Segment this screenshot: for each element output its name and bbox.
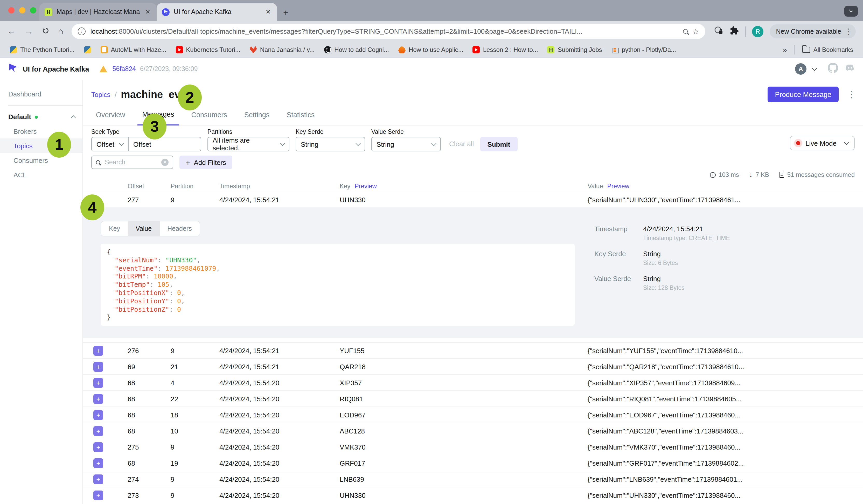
version-link[interactable]: 56fa824 [113,65,136,73]
bookmark-item[interactable]: How to use Applic... [393,45,468,55]
maximize-window-button[interactable] [30,7,36,13]
user-avatar[interactable]: A [795,63,806,75]
cell-key: GRF017 [340,459,588,467]
table-rows: + 276 9 4/24/2024, 15:54:21 YUF155 {"ser… [83,342,863,503]
add-filters-button[interactable]: + Add Filters [179,155,232,169]
tab-search-button[interactable] [844,6,858,16]
cell-offset: 274 [128,475,171,483]
home-button[interactable]: ⌂ [58,27,64,36]
expand-row-button[interactable]: + [93,410,103,420]
close-tab-icon[interactable]: ✕ [144,8,151,15]
cell-timestamp: 4/24/2024, 15:54:20 [220,491,340,499]
forward-button[interactable]: → [24,27,33,36]
sidebar-cluster-default[interactable]: Default [0,110,83,124]
close-tab-icon[interactable]: ✕ [264,8,272,15]
detail-tab-key[interactable]: Key [101,222,128,236]
back-button[interactable]: ← [7,27,16,36]
value-serde-select[interactable]: String [371,137,441,151]
expand-row-button[interactable]: + [93,426,103,436]
main-content: Topics / machine_events Produce Message … [83,80,863,504]
bookmark-item[interactable]: H Submitting Jobs [543,45,607,55]
privacy-icon[interactable] [714,25,724,37]
all-bookmarks-button[interactable]: All Bookmarks [798,45,858,55]
bookmark-item[interactable]: Kubernetes Tutori... [171,45,245,55]
extensions-icon[interactable] [730,26,739,37]
cell-timestamp: 4/24/2024, 15:54:21 [220,346,340,354]
bookmark-item[interactable]: The Python Tutori... [5,45,79,55]
expand-row-button[interactable]: + [93,362,103,371]
bookmarks-overflow-button[interactable]: » [779,46,791,54]
detail-tab-headers[interactable]: Headers [160,222,200,236]
bookmark-icon [612,46,619,53]
cell-offset: 68 [128,459,171,467]
value-preview-link[interactable]: Preview [607,182,629,190]
bookmark-item[interactable]: python - Plotly/Da... [607,45,681,55]
folder-icon [803,47,810,53]
bookmark-item[interactable]: How to add Cogni... [319,45,393,55]
github-icon[interactable] [828,63,838,75]
browser-menu-icon[interactable]: ⋮ [845,27,853,35]
search-box[interactable]: ✕ [91,155,173,169]
table-row: + 276 9 4/24/2024, 15:54:21 YUF155 {"ser… [83,342,863,358]
cell-value: {"serialNum":"YUF155","eventTime":171398… [588,346,863,354]
kafka-ui-logo-icon [7,62,19,76]
bookmark-icon [10,46,17,53]
app-body: Dashboard Default BrokersTopicsConsumers… [0,80,863,504]
bookmark-star-icon[interactable]: ☆ [692,27,699,36]
zoom-icon[interactable] [683,29,688,34]
app-header: UI for Apache Kafka 56fa824 6/27/2023, 0… [0,58,863,80]
clear-search-icon[interactable]: ✕ [161,159,168,166]
page-menu-icon[interactable]: ⋮ [847,89,856,100]
bookmark-item[interactable]: AutoML with Haze... [96,45,171,55]
expand-row-button[interactable]: + [93,474,103,484]
expand-row-button[interactable]: + [93,458,103,468]
search-input[interactable] [104,158,158,166]
expand-row-button[interactable]: + [93,442,103,452]
reload-button[interactable] [41,26,50,36]
expand-row-button[interactable]: + [93,394,103,404]
live-mode-button[interactable]: Live Mode [790,136,855,150]
key-serde-select[interactable]: String [296,137,365,151]
expand-row-button[interactable]: + [93,345,103,355]
new-tab-button[interactable]: + [279,5,292,21]
browser-profile-avatar[interactable]: R [752,26,763,37]
produce-message-button[interactable]: Produce Message [767,87,839,102]
key-preview-link[interactable]: Preview [354,182,376,190]
site-info-icon[interactable]: i [78,27,86,35]
seek-offset-input[interactable] [129,137,201,151]
tab-overview[interactable]: Overview [91,111,130,125]
table-row-expanded[interactable]: 277 9 4/24/2024, 15:54:21 UHN330 {"seria… [83,192,863,207]
partitions-select[interactable]: All items are selected. [208,137,289,151]
chevron-up-icon[interactable] [71,115,76,120]
sidebar-item-brokers[interactable]: Brokers [0,124,83,138]
metadata-row: Key Serde String Size: 6 Bytes [595,250,730,266]
chevron-down-icon[interactable] [812,65,817,71]
browser-tab-hazelcast[interactable]: H Maps | dev | Hazelcast Mana ✕ [39,3,157,21]
discord-icon[interactable] [844,63,856,75]
sidebar-item-consumers[interactable]: Consumers [0,153,83,167]
detail-tab-value[interactable]: Value [128,222,160,236]
browser-tab-strip: H Maps | dev | Hazelcast Mana ✕ UI for A… [0,0,863,21]
chrome-update-button[interactable]: New Chrome available ⋮ [770,24,856,38]
bookmark-item[interactable] [79,45,96,55]
url-bar[interactable]: i localhost:8000/ui/clusters/Default/all… [72,24,705,39]
browser-tab-kafka-ui[interactable]: UI for Apache Kafka ✕ [157,3,277,21]
submit-button[interactable]: Submit [480,137,517,151]
sidebar-item-acl[interactable]: ACL [0,167,83,182]
close-window-button[interactable] [8,7,14,13]
cell-value: {"serialNum":"VMK370","eventTime":171398… [588,443,863,451]
expand-row-button[interactable]: + [93,490,103,500]
hazelcast-favicon-icon: H [45,8,52,16]
tab-statistics[interactable]: Statistics [282,111,319,125]
seek-type-select[interactable]: Offset [91,137,129,151]
breadcrumb-topics-link[interactable]: Topics [91,90,111,98]
bookmark-icon [324,46,331,53]
minimize-window-button[interactable] [19,7,25,13]
clear-all-button[interactable]: Clear all [449,140,474,148]
tab-settings[interactable]: Settings [240,111,274,125]
expand-row-button[interactable]: + [93,378,103,388]
bookmark-item[interactable]: Nana Janashia / y... [245,45,319,55]
bookmark-item[interactable]: Lesson 2 : How to... [468,45,543,55]
sidebar-item-dashboard[interactable]: Dashboard [0,87,83,101]
tab-consumers[interactable]: Consumers [187,111,232,125]
